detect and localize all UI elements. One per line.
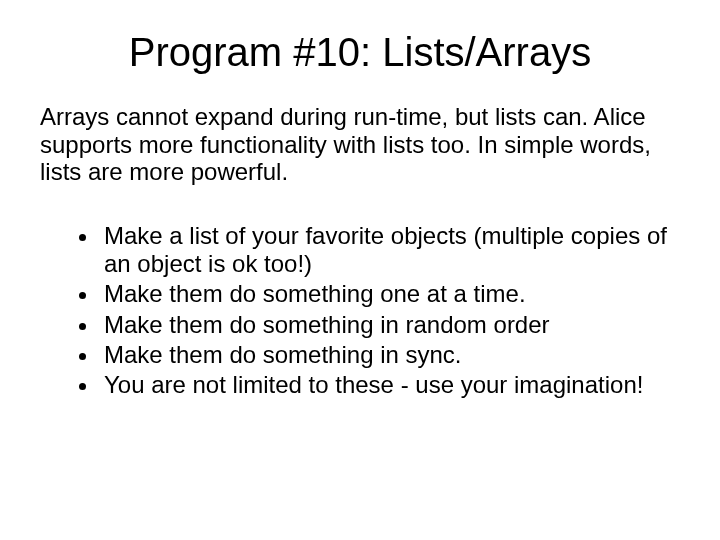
list-item: Make them do something in random order: [100, 311, 680, 339]
bullet-list: Make a list of your favorite objects (mu…: [40, 222, 680, 400]
intro-paragraph: Arrays cannot expand during run-time, bu…: [40, 103, 680, 186]
slide-title: Program #10: Lists/Arrays: [40, 30, 680, 75]
list-item: Make them do something one at a time.: [100, 280, 680, 308]
slide: Program #10: Lists/Arrays Arrays cannot …: [0, 0, 720, 540]
list-item: You are not limited to these - use your …: [100, 371, 680, 399]
list-item: Make a list of your favorite objects (mu…: [100, 222, 680, 279]
list-item: Make them do something in sync.: [100, 341, 680, 369]
